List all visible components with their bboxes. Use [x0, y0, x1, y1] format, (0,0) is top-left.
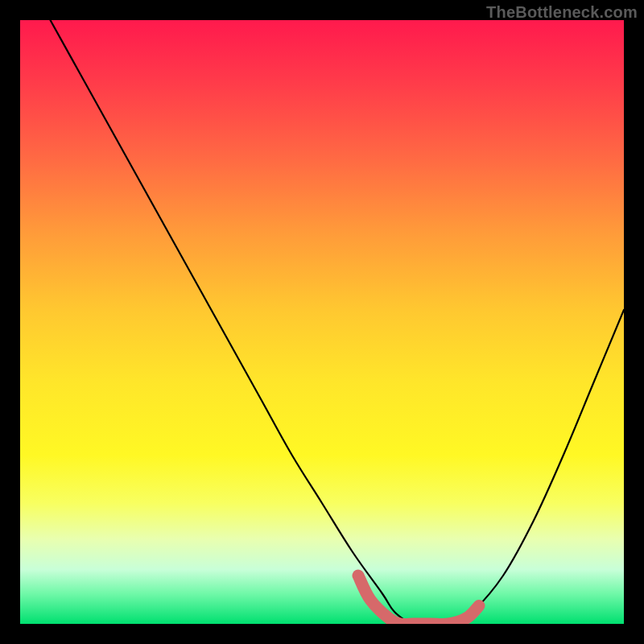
bottleneck-curve [51, 20, 625, 624]
curve-layer [20, 20, 624, 624]
plot-area [20, 20, 624, 624]
highlight-trough [358, 576, 479, 624]
chart-frame: TheBottleneck.com [0, 0, 644, 644]
watermark-label: TheBottleneck.com [486, 3, 638, 22]
